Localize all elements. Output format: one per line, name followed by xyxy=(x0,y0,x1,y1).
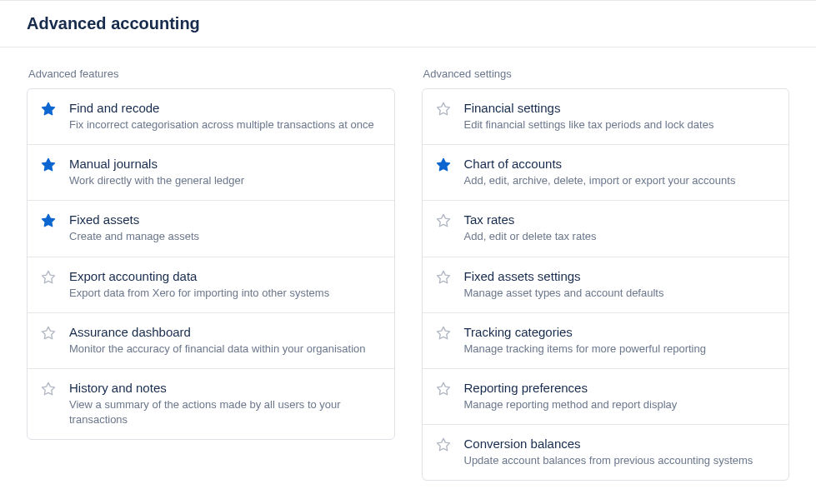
item-title: Conversion balances xyxy=(464,437,776,451)
item-description: Manage reporting method and report displ… xyxy=(464,397,776,412)
item-description: Update account balances from previous ac… xyxy=(464,453,776,468)
item-text: Reporting preferencesManage reporting me… xyxy=(464,381,776,412)
star-outline-icon[interactable] xyxy=(436,213,451,228)
star-filled-icon[interactable] xyxy=(436,157,451,172)
item-text: History and notesView a summary of the a… xyxy=(69,381,381,427)
star-outline-icon[interactable] xyxy=(41,270,56,285)
list-item-chart-of-accounts[interactable]: Chart of accountsAdd, edit, archive, del… xyxy=(423,145,789,201)
item-description: Create and manage assets xyxy=(69,229,381,244)
star-outline-icon[interactable] xyxy=(41,382,56,397)
item-text: Fixed assetsCreate and manage assets xyxy=(69,212,381,244)
list-item-export-accounting-data[interactable]: Export accounting dataExport data from X… xyxy=(28,257,394,313)
list-item-reporting-preferences[interactable]: Reporting preferencesManage reporting me… xyxy=(423,369,789,425)
item-text: Fixed assets settingsManage asset types … xyxy=(464,269,776,301)
list-item-tax-rates[interactable]: Tax ratesAdd, edit or delete tax rates xyxy=(423,201,789,257)
item-description: Manage asset types and account defaults xyxy=(464,286,776,301)
star-filled-icon[interactable] xyxy=(41,213,56,228)
star-outline-icon[interactable] xyxy=(436,437,451,452)
list-item-manual-journals[interactable]: Manual journalsWork directly with the ge… xyxy=(28,145,394,201)
item-text: Tax ratesAdd, edit or delete tax rates xyxy=(464,212,776,244)
item-text: Find and recodeFix incorrect categorisat… xyxy=(69,101,381,132)
item-title: Tax rates xyxy=(464,212,776,227)
star-outline-icon[interactable] xyxy=(41,326,56,341)
item-title: Chart of accounts xyxy=(464,157,776,171)
item-text: Tracking categoriesManage tracking items… xyxy=(464,325,776,357)
item-description: Add, edit, archive, delete, import or ex… xyxy=(464,173,776,188)
item-text: Chart of accountsAdd, edit, archive, del… xyxy=(464,157,776,188)
item-description: Export data from Xero for importing into… xyxy=(69,286,381,301)
item-description: Monitor the accuracy of financial data w… xyxy=(69,342,381,357)
page-header: Advanced accounting xyxy=(0,0,816,47)
item-title: Fixed assets settings xyxy=(464,269,776,283)
settings-list: Financial settingsEdit financial setting… xyxy=(422,88,790,481)
item-description: Work directly with the general ledger xyxy=(69,173,381,188)
features-column: Advanced features Find and recodeFix inc… xyxy=(27,67,395,481)
item-title: Tracking categories xyxy=(464,325,776,339)
features-section-label: Advanced features xyxy=(27,67,395,80)
item-text: Conversion balancesUpdate account balanc… xyxy=(464,437,776,468)
item-text: Manual journalsWork directly with the ge… xyxy=(69,157,381,188)
star-outline-icon[interactable] xyxy=(436,270,451,285)
list-item-find-and-recode[interactable]: Find and recodeFix incorrect categorisat… xyxy=(28,89,394,145)
item-title: Export accounting data xyxy=(69,269,381,283)
list-item-financial-settings[interactable]: Financial settingsEdit financial setting… xyxy=(423,89,789,145)
item-title: Find and recode xyxy=(69,101,381,115)
item-text: Export accounting dataExport data from X… xyxy=(69,269,381,301)
star-outline-icon[interactable] xyxy=(436,102,451,117)
star-filled-icon[interactable] xyxy=(41,102,56,117)
item-description: Add, edit or delete tax rates xyxy=(464,229,776,244)
features-list: Find and recodeFix incorrect categorisat… xyxy=(27,88,395,440)
settings-section-label: Advanced settings xyxy=(422,67,790,80)
item-title: History and notes xyxy=(69,381,381,395)
item-title: Financial settings xyxy=(464,101,776,115)
item-description: Fix incorrect categorisation across mult… xyxy=(69,117,381,132)
item-description: Edit financial settings like tax periods… xyxy=(464,117,776,132)
item-description: View a summary of the actions made by al… xyxy=(69,397,381,427)
item-title: Fixed assets xyxy=(69,212,381,227)
item-text: Financial settingsEdit financial setting… xyxy=(464,101,776,132)
item-text: Assurance dashboardMonitor the accuracy … xyxy=(69,325,381,357)
star-filled-icon[interactable] xyxy=(41,157,56,172)
star-outline-icon[interactable] xyxy=(436,326,451,341)
list-item-tracking-categories[interactable]: Tracking categoriesManage tracking items… xyxy=(423,313,789,369)
list-item-fixed-assets[interactable]: Fixed assetsCreate and manage assets xyxy=(28,201,394,257)
content-area: Advanced features Find and recodeFix inc… xyxy=(0,47,816,501)
page-title: Advanced accounting xyxy=(27,14,789,33)
list-item-fixed-assets-settings[interactable]: Fixed assets settingsManage asset types … xyxy=(423,257,789,313)
list-item-history-and-notes[interactable]: History and notesView a summary of the a… xyxy=(28,369,394,439)
list-item-assurance-dashboard[interactable]: Assurance dashboardMonitor the accuracy … xyxy=(28,313,394,369)
item-title: Manual journals xyxy=(69,157,381,171)
star-outline-icon[interactable] xyxy=(436,382,451,397)
item-description: Manage tracking items for more powerful … xyxy=(464,342,776,357)
settings-column: Advanced settings Financial settingsEdit… xyxy=(422,67,790,481)
item-title: Reporting preferences xyxy=(464,381,776,395)
list-item-conversion-balances[interactable]: Conversion balancesUpdate account balanc… xyxy=(423,425,789,480)
item-title: Assurance dashboard xyxy=(69,325,381,339)
